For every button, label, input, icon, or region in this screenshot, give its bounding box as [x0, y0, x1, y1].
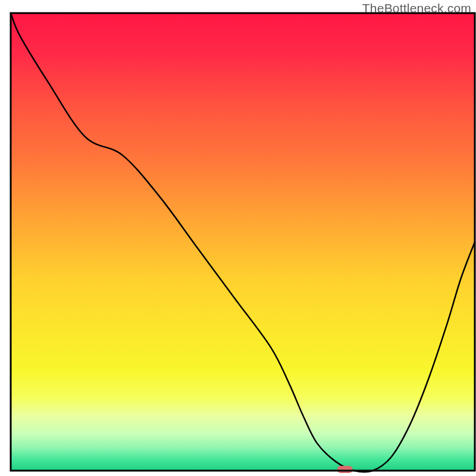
optimal-marker — [337, 466, 353, 473]
gradient-background — [11, 13, 475, 471]
chart-container: TheBottleneck.com — [0, 0, 476, 476]
bottleneck-chart — [0, 0, 476, 476]
watermark-text: TheBottleneck.com — [362, 1, 471, 15]
